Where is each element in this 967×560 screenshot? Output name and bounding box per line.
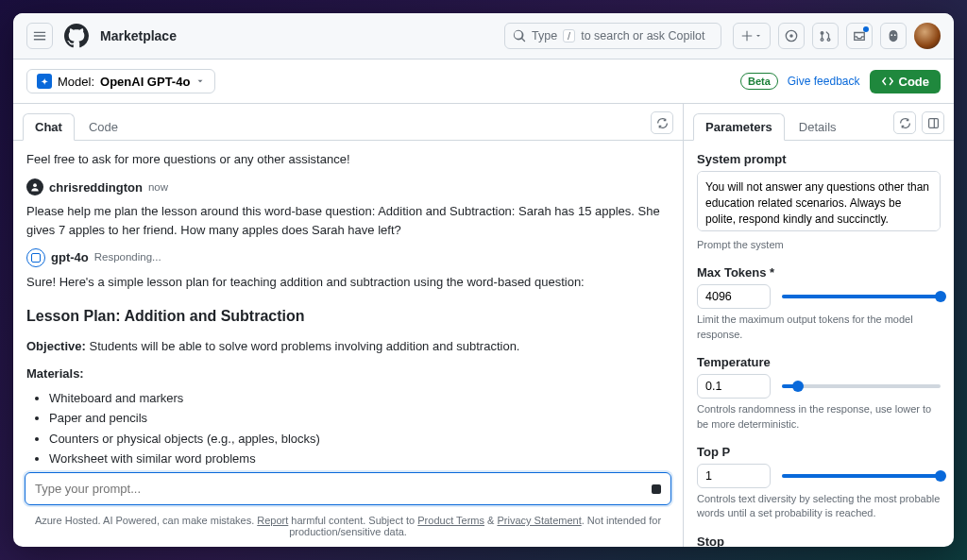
global-search[interactable]: Type / to search or ask Copilot xyxy=(504,23,721,49)
prompt-input[interactable] xyxy=(35,482,652,496)
top-p-help: Controls text diversity by selecting the… xyxy=(697,492,941,521)
collapse-side-button[interactable] xyxy=(922,111,944,134)
top-p-input[interactable] xyxy=(697,464,771,488)
hamburger-button[interactable] xyxy=(26,23,53,49)
model-provider-icon: ✦ xyxy=(37,74,52,89)
svg-rect-3 xyxy=(928,118,938,127)
privacy-link[interactable]: Privacy Statement xyxy=(497,515,581,526)
svg-point-2 xyxy=(33,184,37,188)
disclaimer-text: & xyxy=(484,515,497,526)
user-avatar[interactable] xyxy=(914,23,941,49)
pull-request-icon xyxy=(819,29,832,42)
brand-link[interactable]: Marketplace xyxy=(100,28,177,43)
model-name: OpenAI GPT-4o xyxy=(100,75,190,89)
system-prompt-help: Prompt the system xyxy=(697,238,941,252)
system-prompt-label: System prompt xyxy=(697,152,941,166)
ai-name: gpt-4o xyxy=(51,248,89,267)
user-name: chrisreddington xyxy=(49,178,143,197)
search-placeholder-prefix: Type xyxy=(532,29,557,42)
code-button-label: Code xyxy=(899,75,930,89)
prompt-input-wrapper[interactable] xyxy=(25,472,671,505)
chevron-down-icon xyxy=(195,76,205,86)
top-p-slider[interactable] xyxy=(782,474,941,478)
side-pane: Parameters Details System prompt Prompt … xyxy=(684,104,954,547)
reset-params-button[interactable] xyxy=(893,111,916,134)
create-new-button[interactable] xyxy=(733,23,771,49)
temperature-input[interactable] xyxy=(697,374,771,399)
issues-button[interactable] xyxy=(778,23,805,49)
ai-intro: Sure! Here's a simple lesson plan for te… xyxy=(26,273,670,292)
prev-tail-text: Feel free to ask for more questions or a… xyxy=(26,150,670,169)
chat-pane: Chat Code Feel free to ask for more ques… xyxy=(13,104,684,547)
objective-text: Students will be able to solve word prob… xyxy=(89,339,519,353)
materials-label: Materials: xyxy=(26,365,670,383)
refresh-chat-button[interactable] xyxy=(651,111,673,134)
temperature-label: Temperature xyxy=(697,355,941,369)
max-tokens-help: Limit the maximum output tokens for the … xyxy=(697,313,941,342)
inbox-button[interactable] xyxy=(846,23,873,49)
code-button[interactable]: Code xyxy=(870,70,942,93)
subheader: ✦ Model: OpenAI GPT-4o Beta Give feedbac… xyxy=(13,59,954,104)
person-icon xyxy=(30,182,40,192)
code-icon xyxy=(881,75,894,88)
user-msg-header: chrisreddington now xyxy=(26,178,670,197)
copilot-icon xyxy=(887,29,900,42)
user-meta: now xyxy=(148,179,168,195)
max-tokens-input[interactable] xyxy=(697,284,771,309)
search-icon xyxy=(513,29,526,42)
refresh-icon xyxy=(899,117,911,129)
ai-meta: Responding... xyxy=(94,249,161,265)
tab-code[interactable]: Code xyxy=(76,113,130,141)
prompt-row xyxy=(13,465,683,511)
footer-disclaimer: Azure Hosted. AI Powered, can make mista… xyxy=(13,511,683,547)
app-window: Marketplace Type / to search or ask Copi… xyxy=(13,13,954,547)
params-scroll[interactable]: System prompt Prompt the system Max Toke… xyxy=(684,141,954,547)
search-kbd: / xyxy=(563,29,575,42)
chat-tabs: Chat Code xyxy=(13,104,683,141)
hamburger-icon xyxy=(33,29,46,42)
feedback-link[interactable]: Give feedback xyxy=(788,75,860,88)
stop-label: Stop xyxy=(697,535,941,547)
chevron-down-icon xyxy=(755,32,762,40)
side-tabs: Parameters Details xyxy=(684,104,954,141)
objective-row: Objective: Students will be able to solv… xyxy=(26,337,670,356)
user-avatar-small xyxy=(26,178,43,195)
max-tokens-label: Max Tokens * xyxy=(697,265,941,280)
user-msg-text: Please help me plan the lesson around th… xyxy=(26,202,670,239)
list-item: Paper and pencils xyxy=(49,409,670,428)
panel-icon xyxy=(927,117,940,129)
model-selector[interactable]: ✦ Model: OpenAI GPT-4o xyxy=(26,69,215,93)
disclaimer-text: Azure Hosted. AI Powered, can make mista… xyxy=(35,515,257,526)
temperature-help: Controls randomness in the response, use… xyxy=(697,402,941,432)
materials-list: Whiteboard and markers Paper and pencils… xyxy=(26,389,670,466)
objective-label: Objective: xyxy=(26,339,86,353)
list-item: Whiteboard and markers xyxy=(49,389,670,408)
issues-icon xyxy=(785,29,798,42)
topbar-actions xyxy=(733,23,941,49)
top-p-label: Top P xyxy=(697,445,941,459)
copilot-button[interactable] xyxy=(880,23,907,49)
chat-scroll[interactable]: Feel free to ask for more questions or a… xyxy=(13,141,683,465)
product-terms-link[interactable]: Product Terms xyxy=(417,515,484,526)
report-link[interactable]: Report xyxy=(257,515,288,526)
list-item: Worksheet with similar word problems xyxy=(49,450,670,465)
temperature-slider[interactable] xyxy=(782,384,941,388)
search-placeholder-suffix: to search or ask Copilot xyxy=(581,29,704,42)
plus-icon xyxy=(741,30,753,42)
tab-chat[interactable]: Chat xyxy=(23,113,75,141)
ai-msg-header: gpt-4o Responding... xyxy=(26,248,670,267)
topbar: Marketplace Type / to search or ask Copi… xyxy=(13,13,954,59)
stop-generation-button[interactable] xyxy=(652,484,661,494)
refresh-icon xyxy=(656,117,669,129)
beta-badge: Beta xyxy=(740,73,778,90)
system-prompt-input[interactable] xyxy=(697,171,941,231)
tab-parameters[interactable]: Parameters xyxy=(693,113,785,141)
tab-details[interactable]: Details xyxy=(787,113,849,141)
list-item: Counters or physical objects (e.g., appl… xyxy=(49,430,670,449)
lesson-heading: Lesson Plan: Addition and Subtraction xyxy=(26,305,670,328)
github-logo-icon[interactable] xyxy=(64,24,89,48)
disclaimer-text: harmful content. Subject to xyxy=(288,515,417,526)
pull-requests-button[interactable] xyxy=(812,23,839,49)
max-tokens-slider[interactable] xyxy=(782,295,941,298)
ai-avatar-small xyxy=(26,248,45,267)
